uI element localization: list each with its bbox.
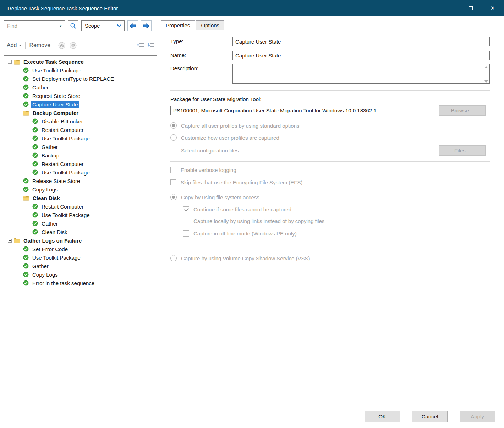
step-success-icon [23, 101, 29, 107]
browse-button[interactable]: Browse... [439, 105, 486, 116]
radio-icon[interactable] [170, 194, 177, 200]
config-files-row: Select configuration files: Files... [181, 145, 486, 156]
tree-item[interactable]: Restart Computer [4, 160, 157, 168]
tree-item[interactable]: Disable BitLocker [4, 117, 157, 126]
tree-item[interactable]: Gather [4, 219, 157, 228]
move-down-icon [69, 41, 77, 49]
tree-item[interactable]: Use Toolkit Package [4, 66, 157, 74]
move-down-button[interactable] [69, 41, 77, 49]
tree-expander[interactable] [17, 196, 21, 200]
minimize-button[interactable]: — [438, 0, 460, 16]
remove-button[interactable]: Remove [29, 42, 50, 49]
radio-icon[interactable] [170, 134, 177, 141]
tree-item[interactable]: Set DeploymentType to REPLACE [4, 74, 157, 83]
tree-item[interactable]: Use Toolkit Package [4, 253, 157, 262]
description-input[interactable] [232, 64, 490, 84]
tree-item[interactable]: Backup Computer [4, 109, 157, 117]
tree-item[interactable]: Set Error Code [4, 245, 157, 253]
offline-mode-option[interactable]: Capture in off-line mode (Windows PE onl… [183, 230, 490, 237]
step-success-icon [23, 76, 29, 82]
scope-dropdown[interactable]: Scope [81, 20, 125, 31]
file-system-access-option[interactable]: Copy by using file system access [170, 194, 490, 200]
previous-result-button[interactable] [127, 20, 138, 31]
window-controls: — ✕ [438, 0, 504, 16]
local-links-option[interactable]: Capture locally by using links instead o… [183, 218, 490, 224]
add-button-label: Add [7, 42, 17, 49]
skip-efs-label: Skip files that use the Encrypting File … [181, 179, 302, 185]
tree-item[interactable]: Use Toolkit Package [4, 168, 157, 177]
tree-item[interactable]: Error in the task sequence [4, 279, 157, 287]
next-result-button[interactable] [141, 20, 152, 31]
tree-item[interactable]: Capture User State [4, 100, 157, 109]
tree-item[interactable]: Gather [4, 83, 157, 91]
customize-profiles-label: Customize how user profiles are captured [181, 135, 279, 141]
scope-value: Scope [85, 23, 100, 29]
cancel-button[interactable]: Cancel [412, 411, 448, 422]
close-button[interactable]: ✕ [482, 0, 504, 16]
scroll-up-icon[interactable] [484, 66, 488, 68]
tree-expander[interactable] [8, 60, 12, 64]
checkbox-icon[interactable] [170, 179, 176, 185]
tree-item[interactable]: Copy Logs [4, 270, 157, 279]
tree-item[interactable]: Copy Logs [4, 185, 157, 194]
tab-options[interactable]: Options [196, 20, 224, 30]
checkbox-icon[interactable] [170, 167, 176, 173]
customize-profiles-option[interactable]: Customize how user profiles are captured [170, 134, 490, 141]
step-success-icon [23, 255, 29, 260]
maximize-button[interactable] [460, 0, 482, 16]
step-success-icon [32, 229, 38, 235]
ok-button[interactable]: OK [365, 411, 400, 422]
tree-item[interactable]: Restart Computer [4, 202, 157, 211]
tree-item[interactable]: Restart Computer [4, 126, 157, 134]
tree-item[interactable]: Gather [4, 262, 157, 270]
tree-item[interactable]: Request State Store [4, 91, 157, 100]
radio-icon[interactable] [170, 122, 177, 129]
add-button[interactable]: Add [7, 42, 22, 49]
add-dropdown-caret-icon [19, 45, 22, 46]
checkbox-icon[interactable] [183, 230, 189, 237]
tree-item[interactable]: Execute Task Sequence [4, 57, 157, 66]
continue-files-label: Continue if some files cannot be capture… [193, 206, 291, 212]
tree-expander[interactable] [17, 111, 21, 115]
radio-icon[interactable] [170, 255, 177, 261]
tree-expander[interactable] [8, 239, 12, 243]
tree-item[interactable]: Release State Store [4, 177, 157, 185]
tree-item[interactable]: Clean Disk [4, 194, 157, 202]
tree-item[interactable]: Backup [4, 151, 157, 160]
continue-files-option[interactable]: Continue if some files cannot be capture… [183, 206, 490, 212]
clear-find-button[interactable]: x [60, 23, 62, 28]
tree-item-label: Request State Store [31, 93, 81, 99]
tree-item[interactable]: Gather [4, 143, 157, 151]
scroll-down-icon[interactable] [484, 80, 488, 83]
move-up-button[interactable] [58, 41, 66, 49]
expand-all-button[interactable] [147, 42, 155, 49]
type-input[interactable] [232, 37, 490, 46]
apply-button[interactable]: Apply [460, 411, 495, 422]
checkbox-icon[interactable] [183, 218, 189, 224]
tree-item[interactable]: Use Toolkit Package [4, 211, 157, 219]
search-button[interactable] [68, 20, 78, 31]
name-input[interactable] [232, 51, 490, 60]
files-button[interactable]: Files... [439, 145, 486, 156]
tree-item[interactable]: Use Toolkit Package [4, 134, 157, 143]
tab-strip: Properties Options [160, 20, 500, 30]
maximize-icon [469, 6, 473, 10]
collapse-all-button[interactable] [137, 42, 144, 49]
capture-standard-option[interactable]: Capture all user profiles by using stand… [170, 122, 490, 129]
skip-efs-option[interactable]: Skip files that use the Encrypting File … [170, 179, 490, 185]
window-title: Replace Task Sequence Task Sequence Edit… [7, 5, 118, 11]
tree-item[interactable]: Gather Logs on Failure [4, 236, 157, 245]
file-system-access-label: Copy by using file system access [181, 194, 259, 200]
step-success-icon [32, 152, 38, 158]
chevron-down-icon [117, 24, 122, 27]
checkbox-icon[interactable] [183, 206, 189, 212]
tab-properties[interactable]: Properties [161, 20, 195, 30]
package-input[interactable] [170, 106, 427, 115]
find-input[interactable] [7, 23, 58, 29]
verbose-logging-option[interactable]: Enable verbose logging [170, 167, 490, 173]
tree-item[interactable]: Clean Disk [4, 228, 157, 236]
group-folder-icon [14, 59, 20, 65]
group-folder-icon [23, 110, 29, 116]
vss-option[interactable]: Capture by using Volume Copy Shadow Serv… [170, 255, 490, 261]
step-success-icon [32, 204, 38, 209]
